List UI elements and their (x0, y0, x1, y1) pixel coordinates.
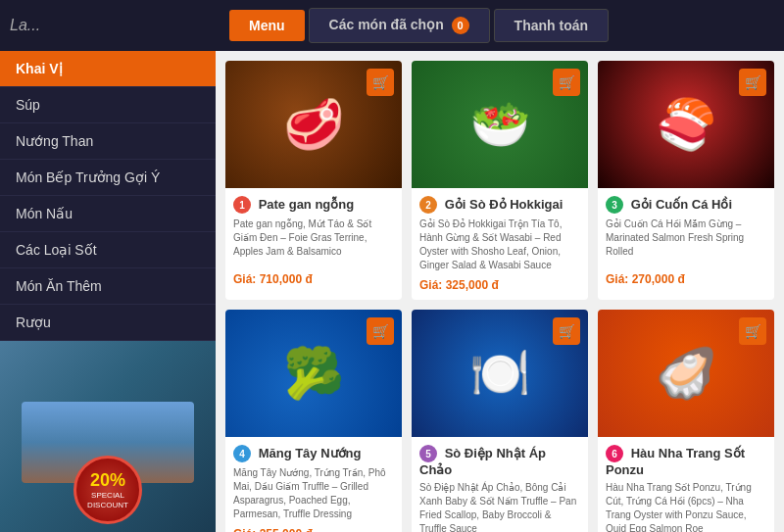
add-to-cart-4[interactable]: 🛒 (367, 317, 394, 345)
food-card-5: 🛒 5 Sò Điệp Nhật Áp Chảo Sò Điệp Nhật Áp… (412, 310, 588, 532)
food-price-4: Giá: 255,000 đ (233, 527, 394, 532)
food-info-3: 3 Gỏi Cuốn Cá Hồi Gỏi Cuốn Cá Hồi Mắm Gừ… (598, 188, 774, 294)
sidebar: Khai Vị Súp Nướng Than Món Bếp Trưởng Gợ… (0, 51, 216, 532)
food-name-4: 4 Măng Tây Nướng (233, 445, 394, 462)
food-desc-5: Sò Điệp Nhật Áp Chảo, Bông Cải Xanh Baby… (419, 481, 580, 532)
food-desc-3: Gỏi Cuốn Cá Hồi Mắm Gừng – Marinated Sal… (606, 218, 766, 266)
food-desc-6: Hàu Nha Trang Sốt Ponzu, Trứng Cút, Trứn… (606, 481, 766, 532)
food-price-2: Giá: 325,000 đ (419, 278, 580, 292)
food-number-1: 1 (233, 196, 251, 214)
food-desc-4: Măng Tây Nướng, Trứng Trần, Phô Mai, Dầu… (233, 466, 394, 521)
sidebar-item-nuong-than[interactable]: Nướng Than (0, 123, 216, 160)
add-to-cart-5[interactable]: 🛒 (553, 317, 580, 345)
food-image-3: 🛒 (598, 61, 774, 188)
hotel-image: 20% SPECIAL DISCOUNT (0, 341, 216, 532)
food-name-3: 3 Gỏi Cuốn Cá Hồi (606, 196, 766, 214)
top-nav: La... Menu Các món đã chọn 0 Thanh toán (0, 0, 784, 51)
sidebar-item-mon-nau[interactable]: Món Nấu (0, 196, 216, 232)
food-name-1: 1 Pate gan ngỗng (233, 196, 394, 214)
food-price-3: Giá: 270,000 đ (606, 272, 766, 286)
food-card-6: 🛒 6 Hàu Nha Trang Sốt Ponzu Hàu Nha Tran… (598, 310, 774, 532)
sidebar-item-mon-bep[interactable]: Món Bếp Trưởng Gợi Ý (0, 160, 216, 196)
add-to-cart-6[interactable]: 🛒 (739, 317, 766, 345)
logo: La... (10, 17, 225, 34)
discount-badge: 20% SPECIAL DISCOUNT (74, 456, 142, 524)
food-price-1: Giá: 710,000 đ (233, 272, 394, 286)
food-number-4: 4 (233, 445, 251, 462)
food-number-6: 6 (606, 445, 623, 462)
food-name-6: 6 Hàu Nha Trang Sốt Ponzu (606, 445, 766, 477)
food-number-3: 3 (606, 196, 623, 214)
tab-payment[interactable]: Thanh toán (494, 9, 609, 42)
content-area: 🛒 1 Pate gan ngỗng Pate gan ngỗng, Mứt T… (216, 51, 784, 532)
sidebar-item-cac-loai-sot[interactable]: Các Loại Sốt (0, 232, 216, 268)
sidebar-item-khai-vi[interactable]: Khai Vị (0, 51, 216, 87)
food-image-2: 🛒 (412, 61, 588, 188)
food-desc-1: Pate gan ngỗng, Mứt Táo & Sốt Giấm Đen –… (233, 218, 394, 266)
food-desc-2: Gỏi Sò Đỏ Hokkigai Trộn Tía Tô, Hành Gừn… (419, 218, 580, 272)
food-card-2: 🛒 2 Gỏi Sò Đỏ Hokkigai Gỏi Sò Đỏ Hokkiga… (412, 61, 588, 300)
food-number-5: 5 (419, 445, 437, 462)
food-card-1: 🛒 1 Pate gan ngỗng Pate gan ngỗng, Mứt T… (225, 61, 402, 300)
food-name-2: 2 Gỏi Sò Đỏ Hokkigai (419, 196, 580, 214)
main-layout: Khai Vị Súp Nướng Than Món Bếp Trưởng Gợ… (0, 51, 784, 532)
food-image-1: 🛒 (225, 61, 402, 188)
sidebar-item-sup[interactable]: Súp (0, 87, 216, 123)
add-to-cart-1[interactable]: 🛒 (367, 69, 394, 96)
food-grid: 🛒 1 Pate gan ngỗng Pate gan ngỗng, Mứt T… (225, 61, 774, 532)
food-image-5: 🛒 (412, 310, 588, 437)
tab-menu[interactable]: Menu (229, 10, 305, 41)
food-name-5: 5 Sò Điệp Nhật Áp Chảo (419, 445, 580, 477)
food-info-5: 5 Sò Điệp Nhật Áp Chảo Sò Điệp Nhật Áp C… (412, 437, 588, 532)
food-card-4: 🛒 4 Măng Tây Nướng Măng Tây Nướng, Trứng… (225, 310, 402, 532)
sidebar-item-mon-an-them[interactable]: Món Ăn Thêm (0, 268, 216, 305)
food-info-2: 2 Gỏi Sò Đỏ Hokkigai Gỏi Sò Đỏ Hokkigai … (412, 188, 588, 300)
food-info-1: 1 Pate gan ngỗng Pate gan ngỗng, Mứt Táo… (225, 188, 402, 294)
chosen-badge: 0 (452, 17, 469, 34)
add-to-cart-2[interactable]: 🛒 (553, 69, 580, 96)
food-info-6: 6 Hàu Nha Trang Sốt Ponzu Hàu Nha Trang … (598, 437, 774, 532)
tab-chosen[interactable]: Các món đã chọn 0 (309, 8, 490, 43)
food-card-3: 🛒 3 Gỏi Cuốn Cá Hồi Gỏi Cuốn Cá Hồi Mắm … (598, 61, 774, 300)
add-to-cart-3[interactable]: 🛒 (739, 69, 766, 96)
food-info-4: 4 Măng Tây Nướng Măng Tây Nướng, Trứng T… (225, 437, 402, 532)
sidebar-item-ruou[interactable]: Rượu (0, 305, 216, 341)
sidebar-image: 20% SPECIAL DISCOUNT (0, 341, 216, 532)
food-image-4: 🛒 (225, 310, 402, 437)
food-number-2: 2 (419, 196, 437, 214)
food-image-6: 🛒 (598, 310, 774, 437)
